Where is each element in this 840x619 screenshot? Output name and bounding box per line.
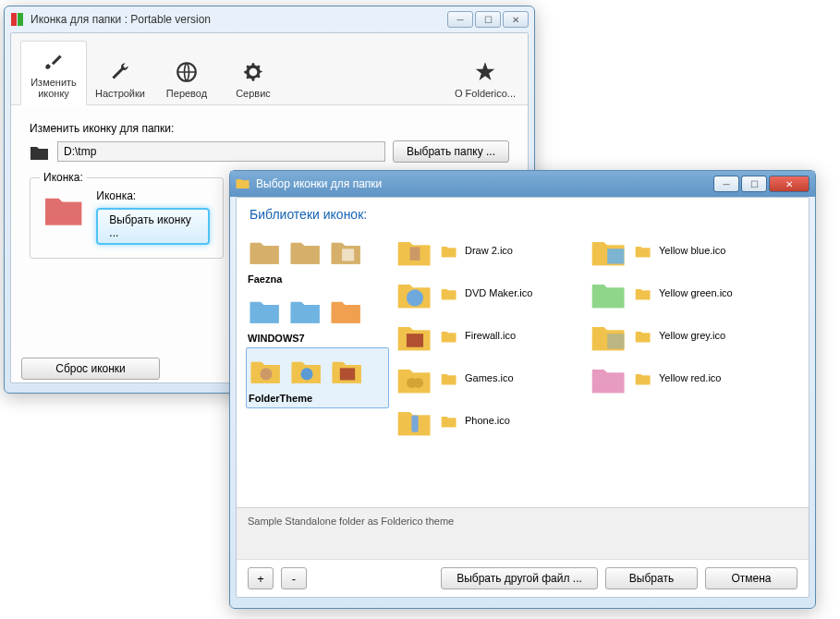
tab-service[interactable]: Сервис [220,53,286,104]
picker-title: Выбор иконки для папки [256,177,713,190]
folder-brushes-icon [250,356,283,383]
svg-point-8 [407,289,423,306]
folder-games-icon [396,361,433,394]
list-item[interactable]: Yellow grey.ico [587,314,805,357]
gear-icon [241,60,265,84]
svg-rect-6 [340,368,355,380]
tab-change-icon[interactable]: Изменить иконку [20,41,87,105]
main-title: Иконка для папки : Portable version [30,13,447,26]
folder-icon [330,296,363,323]
cancel-button[interactable]: Отмена [705,567,797,589]
icon-inner-label: Иконка: [96,189,210,202]
current-folder-icon [43,189,85,226]
list-item[interactable]: DVD Maker.ico [393,272,579,314]
folder-icon [441,285,457,300]
change-folder-label: Изменить иконку для папки: [30,122,509,135]
reset-icon-button[interactable]: Сброс иконки [21,358,160,380]
folder-icon [30,143,50,160]
tab-about[interactable]: О Folderico... [452,53,518,104]
folder-icon [635,243,651,258]
icon-list-mid: Draw 2.ico DVD Maker.ico Firewall.ico Ga… [389,224,583,507]
folder-icon [635,370,651,385]
folder-yellow-grey-icon [590,319,627,352]
close-button[interactable]: ✕ [503,11,529,28]
main-toolbar: Изменить иконку Настройки Перевод Сервис… [11,33,528,105]
picker-titlebar[interactable]: Выбор иконки для папки ─ ☐ ✕ [230,171,815,197]
svg-rect-0 [11,13,17,26]
folder-firewall-icon [396,319,433,352]
choose-button[interactable]: Выбрать [605,567,698,589]
folder-icon [441,370,457,385]
minimize-button[interactable]: ─ [447,11,473,28]
svg-rect-13 [607,249,624,263]
library-foldertheme[interactable]: FolderTheme [246,347,389,408]
folder-draw-icon [396,234,433,267]
list-item[interactable]: Games.ico [393,357,579,399]
folder-icon [635,285,651,300]
svg-point-5 [300,368,312,380]
folder-icon [441,243,457,258]
svg-rect-1 [18,13,23,26]
svg-rect-9 [407,334,423,347]
picker-maximize-button[interactable]: ☐ [741,176,767,192]
tab-settings[interactable]: Настройки [87,53,153,104]
picker-app-icon [236,176,250,191]
main-titlebar[interactable]: Иконка для папки : Portable version ─ ☐ … [5,6,534,32]
add-library-button[interactable]: + [248,567,274,589]
icon-groupbox: Иконка: Иконка: Выбрать иконку ... [30,177,224,259]
folder-icon [441,413,457,428]
library-windows7[interactable]: WINDOWS7 [246,288,389,347]
brush-icon [42,49,66,73]
list-item[interactable]: Firewall.ico [393,314,579,357]
folder-icon [289,237,323,264]
folder-firewall-icon [331,356,364,383]
folder-path-input[interactable] [57,141,385,162]
list-item[interactable]: Phone.ico [393,399,579,442]
tab-translate[interactable]: Перевод [153,53,220,104]
choose-icon-button[interactable]: Выбрать иконку ... [96,208,210,245]
library-list: Faezna WINDOWS7 Folder [237,224,389,507]
svg-rect-14 [607,334,624,348]
icon-picker-window: Выбор иконки для папки ─ ☐ ✕ Библиотеки … [229,170,816,609]
icon-list-right: Yellow blue.ico Yellow green.ico Yellow … [583,224,809,507]
folder-yellow-blue-icon [590,234,627,267]
svg-point-11 [413,378,423,388]
remove-library-button[interactable]: - [281,567,307,589]
svg-rect-3 [342,249,354,261]
folder-globe-icon [290,356,323,383]
picker-bottom-bar: + - Выбрать другой файл ... Выбрать Отме… [237,559,809,597]
choose-other-file-button[interactable]: Выбрать другой файл ... [441,567,598,589]
folder-phone-icon [396,404,433,437]
star-icon [473,60,497,84]
svg-rect-12 [411,416,418,432]
list-item[interactable]: Draw 2.ico [393,229,579,272]
browse-folder-button[interactable]: Выбрать папку ... [393,140,509,163]
folder-icon [635,328,651,343]
svg-point-4 [260,368,272,380]
globe-icon [175,60,199,84]
folder-dvd-icon [396,276,433,310]
folder-icon [289,296,323,323]
libraries-heading: Библиотеки иконок: [237,198,809,224]
folder-doc-icon [330,237,363,264]
app-icon [10,12,25,27]
library-faezna[interactable]: Faezna [246,229,389,288]
wrench-icon [108,60,132,84]
svg-rect-7 [410,247,420,261]
theme-description: Sample Standalone folder as Folderico th… [237,507,809,559]
folder-icon [249,296,282,323]
folder-icon [441,328,457,343]
maximize-button[interactable]: ☐ [475,11,501,28]
folder-yellow-red-icon [590,361,627,394]
list-item[interactable]: Yellow red.ico [587,357,805,399]
list-item[interactable]: Yellow blue.ico [587,229,805,272]
picker-minimize-button[interactable]: ─ [713,176,739,192]
folder-icon [249,237,282,264]
folder-yellow-green-icon [590,276,627,310]
picker-close-button[interactable]: ✕ [769,176,810,192]
list-item[interactable]: Yellow green.ico [587,272,805,314]
